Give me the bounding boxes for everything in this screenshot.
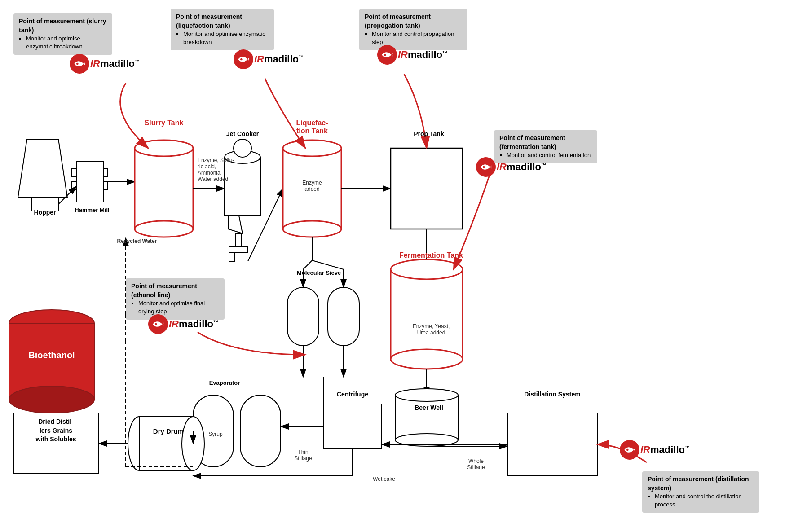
callout-liquefaction-heading: Point of measurement (liquefaction tank) <box>176 13 242 29</box>
svg-point-26 <box>283 221 341 237</box>
svg-rect-61 <box>9 323 94 400</box>
irmadillo-liquefaction: IRmadillo™ <box>234 49 304 69</box>
fermentation-tank-label: Fermentation Tank <box>395 251 467 259</box>
slurry-tank-shape <box>135 140 193 237</box>
svg-point-62 <box>9 386 94 413</box>
callout-ethanol: Point of measurement (ethanol line) Moni… <box>126 278 225 320</box>
evaporator-label: Evaporator <box>202 379 247 386</box>
fish-icon-ethanol <box>148 314 168 334</box>
svg-point-31 <box>391 259 463 279</box>
callout-slurry: Point of measurement (slurry tank) Monit… <box>13 13 112 55</box>
dry-drum-label: Dry Drum <box>132 427 204 435</box>
svg-rect-55 <box>139 417 193 470</box>
bioethanol-label: Bioethanol <box>9 350 94 361</box>
svg-line-47 <box>312 260 344 269</box>
callout-distillation: Point of measurement (distillation syste… <box>642 471 759 513</box>
diagram-container: Point of measurement (slurry tank) Monit… <box>0 0 785 532</box>
svg-rect-50 <box>323 404 382 449</box>
svg-rect-28 <box>391 148 463 229</box>
hammer-mill-shape <box>72 162 108 202</box>
irmadillo-fermentation: IRmadillo™ <box>476 157 546 177</box>
svg-rect-30 <box>391 269 463 359</box>
distillation-system-label: Distillation System <box>507 391 597 398</box>
svg-rect-21 <box>229 252 234 261</box>
svg-point-22 <box>234 139 251 157</box>
molecular-sieve-label: Molecular Sieve <box>278 269 359 276</box>
svg-marker-18 <box>228 215 243 233</box>
hammer-mill-label: Hammer Mill <box>72 207 112 213</box>
bioethanol-shape <box>9 310 94 413</box>
syrup-label: Syrup <box>202 431 229 437</box>
svg-point-25 <box>283 140 341 156</box>
wet-cake-label: Wet cake <box>368 476 400 482</box>
dry-drum-shape <box>128 417 204 470</box>
irmadillo-propagation: IRmadillo™ <box>377 45 447 65</box>
svg-point-13 <box>135 140 193 156</box>
svg-rect-38 <box>507 413 597 476</box>
thin-stillage-label: ThinStillage <box>290 449 317 462</box>
callout-ethanol-item: Monitor and optimise final drying step <box>138 299 219 316</box>
slurry-additions-label: Enzyme, Sulfu-ric acid,Ammonia,Water add… <box>198 157 247 182</box>
callout-distillation-heading: Point of measurement (distillation syste… <box>648 475 749 492</box>
callout-liquefaction: Point of measurement (liquefaction tank)… <box>171 9 274 50</box>
irmadillo-slurry: IRmadillo™ <box>70 54 140 74</box>
svg-rect-19 <box>236 233 241 247</box>
beer-well-shape <box>395 389 458 446</box>
liquefaction-additions-label: Enzymeadded <box>287 180 337 192</box>
irmadillo-ethanol: IRmadillo™ <box>148 314 218 334</box>
fermentation-tank-shape <box>391 259 463 369</box>
slurry-tank-label: Slurry Tank <box>135 119 193 127</box>
prop-tank-label: Prop Tank <box>395 130 463 137</box>
callout-liquefaction-item: Monitor and optimise enzymatic breakdown <box>183 30 269 46</box>
svg-point-36 <box>395 434 458 446</box>
svg-rect-49 <box>240 395 281 467</box>
svg-rect-6 <box>72 168 76 176</box>
fish-icon-fermentation <box>476 157 496 177</box>
svg-point-35 <box>395 389 458 401</box>
svg-rect-9 <box>103 182 108 190</box>
svg-point-54 <box>128 417 150 470</box>
liquefaction-tank-label: Liquefac-tion Tank <box>283 119 341 135</box>
svg-point-32 <box>391 349 463 369</box>
svg-rect-8 <box>103 168 108 176</box>
svg-line-23 <box>248 189 283 261</box>
callout-propagation-item: Monitor and control propagation step <box>372 30 462 46</box>
callout-slurry-item: Monitor and optimise enzymatic breakdown <box>26 35 107 51</box>
svg-point-60 <box>9 310 94 337</box>
jet-cooker-label: Jet Cooker <box>220 130 265 137</box>
fermentation-additions-label: Enzyme, Yeast,Urea added <box>400 323 463 336</box>
centrifuge-label: Centrifuge <box>326 391 379 398</box>
callout-slurry-heading: Point of measurement (slurry tank) <box>19 18 106 34</box>
prop-tank-shape <box>391 148 463 229</box>
fish-icon-liquefaction <box>234 49 253 69</box>
callout-fermentation-heading: Point of measurement (fermentation tank) <box>499 134 565 150</box>
svg-line-46 <box>303 260 312 269</box>
svg-rect-7 <box>72 182 76 190</box>
beer-well-label: Beer Well <box>402 404 456 411</box>
hopper-shape <box>18 139 67 211</box>
irmadillo-distillation: IRmadillo™ <box>620 440 690 460</box>
callout-ethanol-heading: Point of measurement (ethanol line) <box>131 282 197 299</box>
callout-propagation: Point of measurement (propogation tank) … <box>359 9 467 50</box>
callout-propagation-heading: Point of measurement (propogation tank) <box>365 13 431 29</box>
recycled-water-label: Recycled Water <box>115 238 159 244</box>
svg-rect-34 <box>395 395 458 440</box>
centrifuge-shape <box>323 404 382 449</box>
molecular-sieve-shape <box>287 269 359 377</box>
svg-rect-12 <box>135 148 193 229</box>
fish-icon-propagation <box>377 45 397 65</box>
distillation-system-shape <box>507 413 597 476</box>
ddgs-label: Dried Distil-lers Grainswith Solubles <box>14 418 97 444</box>
fish-icon-distillation <box>620 440 639 460</box>
svg-line-10 <box>58 186 76 204</box>
svg-rect-5 <box>76 162 103 202</box>
svg-rect-20 <box>229 247 248 252</box>
hopper-label: Hopper <box>22 209 67 216</box>
callout-distillation-item: Monitor and control the distillation pro… <box>655 492 754 509</box>
svg-rect-39 <box>287 287 319 346</box>
svg-point-14 <box>135 221 193 237</box>
svg-point-56 <box>182 417 204 470</box>
fish-icon-slurry <box>70 54 89 74</box>
whole-stillage-label: WholeStillage <box>458 458 494 470</box>
svg-marker-3 <box>18 139 67 198</box>
